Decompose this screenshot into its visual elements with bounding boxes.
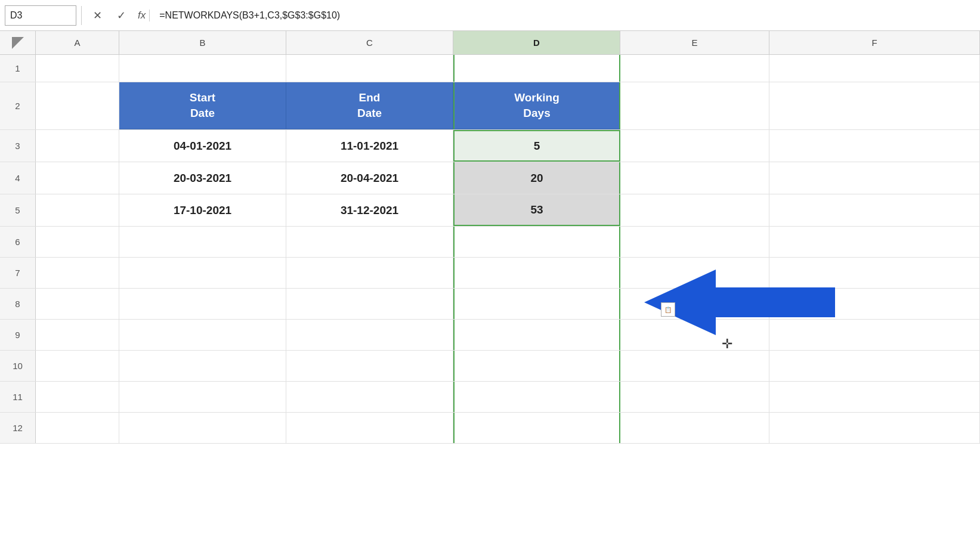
- cell-e11[interactable]: [620, 382, 769, 412]
- cell-b4[interactable]: 20-03-2021: [119, 162, 286, 194]
- cell-e4[interactable]: [620, 162, 769, 194]
- cell-d8[interactable]: [453, 289, 620, 319]
- table-row: 9: [0, 320, 980, 351]
- cell-e1[interactable]: [620, 55, 769, 82]
- cell-d5[interactable]: 53: [453, 194, 620, 226]
- cell-c7[interactable]: [286, 258, 453, 288]
- cell-a12[interactable]: [36, 413, 119, 443]
- cell-f8[interactable]: [769, 289, 980, 319]
- cell-e12[interactable]: [620, 413, 769, 443]
- cell-a11[interactable]: [36, 382, 119, 412]
- col-header-f[interactable]: F: [769, 31, 980, 54]
- col-header-e[interactable]: E: [620, 31, 769, 54]
- cell-e10[interactable]: [620, 351, 769, 381]
- cell-b12[interactable]: [119, 413, 286, 443]
- col-header-a[interactable]: A: [36, 31, 119, 54]
- cell-d2-header[interactable]: Working Days: [453, 82, 620, 129]
- cell-f7[interactable]: [769, 258, 980, 288]
- cell-d4[interactable]: 20: [453, 162, 620, 194]
- confirm-button[interactable]: ✓: [110, 5, 132, 26]
- cell-c8[interactable]: [286, 289, 453, 319]
- cell-b7[interactable]: [119, 258, 286, 288]
- cell-c2-header[interactable]: End Date: [286, 82, 453, 129]
- cell-b3[interactable]: 04-01-2021: [119, 130, 286, 162]
- cell-a9[interactable]: [36, 320, 119, 350]
- cell-c9[interactable]: [286, 320, 453, 350]
- cell-d12[interactable]: [453, 413, 620, 443]
- cell-a6[interactable]: [36, 227, 119, 257]
- cell-a10[interactable]: [36, 351, 119, 381]
- cell-c4[interactable]: 20-04-2021: [286, 162, 453, 194]
- start-date-header: Start Date: [190, 90, 215, 120]
- cell-b1[interactable]: [119, 55, 286, 82]
- cell-reference-box[interactable]: D3: [5, 5, 76, 26]
- cell-a3[interactable]: [36, 130, 119, 162]
- corner-cell: [0, 31, 36, 55]
- paste-options-icon[interactable]: 📋: [661, 302, 675, 317]
- cell-a5[interactable]: [36, 194, 119, 226]
- row-header-9: 9: [0, 320, 36, 350]
- cell-a2[interactable]: [36, 82, 119, 129]
- row-header-2: 2: [0, 82, 36, 129]
- table-row: 11: [0, 382, 980, 413]
- cell-c12[interactable]: [286, 413, 453, 443]
- cell-f6[interactable]: [769, 227, 980, 257]
- cancel-button[interactable]: ✕: [86, 5, 108, 26]
- row-header-7: 7: [0, 258, 36, 288]
- cell-e8[interactable]: [620, 289, 769, 319]
- cell-d3[interactable]: 5: [453, 130, 620, 162]
- cell-e3[interactable]: [620, 130, 769, 162]
- cell-f10[interactable]: [769, 351, 980, 381]
- cell-c5[interactable]: 31-12-2021: [286, 194, 453, 226]
- row-header-4: 4: [0, 162, 36, 194]
- cell-a4[interactable]: [36, 162, 119, 194]
- cell-e7[interactable]: [620, 258, 769, 288]
- column-headers: A B C D E F: [0, 31, 980, 55]
- cell-c10[interactable]: [286, 351, 453, 381]
- col-header-d[interactable]: D: [453, 31, 620, 54]
- grid-body: 1 2 Start Date: [0, 55, 980, 444]
- cell-b6[interactable]: [119, 227, 286, 257]
- cell-c11[interactable]: [286, 382, 453, 412]
- cell-b9[interactable]: [119, 320, 286, 350]
- cell-a8[interactable]: [36, 289, 119, 319]
- cell-f1[interactable]: [769, 55, 980, 82]
- cell-d7[interactable]: [453, 258, 620, 288]
- cell-d9[interactable]: [453, 320, 620, 350]
- cell-e9[interactable]: [620, 320, 769, 350]
- cell-e2[interactable]: [620, 82, 769, 129]
- cell-c6[interactable]: [286, 227, 453, 257]
- cell-a7[interactable]: [36, 258, 119, 288]
- row-header-12: 12: [0, 413, 36, 443]
- cell-d6[interactable]: [453, 227, 620, 257]
- table-row: 12: [0, 413, 980, 444]
- working-days-header: Working Days: [514, 90, 559, 120]
- cell-f11[interactable]: [769, 382, 980, 412]
- row-header-3: 3: [0, 130, 36, 162]
- cell-c1[interactable]: [286, 55, 453, 82]
- cell-b8[interactable]: [119, 289, 286, 319]
- cell-e5[interactable]: [620, 194, 769, 226]
- table-row: 1: [0, 55, 980, 82]
- cell-f12[interactable]: [769, 413, 980, 443]
- formula-bar-divider: [81, 6, 82, 25]
- col-header-b[interactable]: B: [119, 31, 286, 54]
- cell-f3[interactable]: [769, 130, 980, 162]
- cell-a1[interactable]: [36, 55, 119, 82]
- cell-d10[interactable]: [453, 351, 620, 381]
- table-row: 5 17-10-2021 31-12-2021 53: [0, 194, 980, 227]
- cell-f5[interactable]: [769, 194, 980, 226]
- cell-b11[interactable]: [119, 382, 286, 412]
- formula-input[interactable]: [154, 5, 975, 26]
- cell-d1[interactable]: [453, 55, 620, 82]
- cell-b10[interactable]: [119, 351, 286, 381]
- cell-f2[interactable]: [769, 82, 980, 129]
- cell-f4[interactable]: [769, 162, 980, 194]
- cell-d11[interactable]: [453, 382, 620, 412]
- cell-b5[interactable]: 17-10-2021: [119, 194, 286, 226]
- cell-c3[interactable]: 11-01-2021: [286, 130, 453, 162]
- cell-b2-header[interactable]: Start Date: [119, 82, 286, 129]
- cell-f9[interactable]: [769, 320, 980, 350]
- col-header-c[interactable]: C: [286, 31, 453, 54]
- cell-e6[interactable]: [620, 227, 769, 257]
